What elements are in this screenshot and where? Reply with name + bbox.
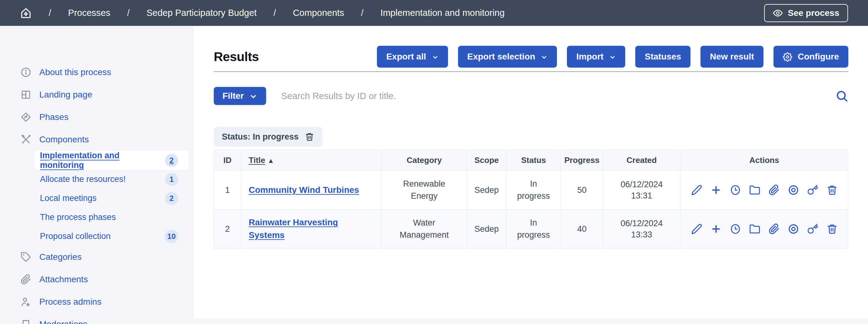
sidebar-item-components[interactable]: Components: [0, 128, 194, 151]
export-all-button[interactable]: Export all: [377, 46, 448, 68]
trash-icon: [827, 223, 838, 235]
add-child-button[interactable]: [710, 223, 722, 235]
folder-button[interactable]: [749, 184, 761, 196]
export-selection-button[interactable]: Export selection: [458, 46, 557, 68]
attachments-button[interactable]: [769, 223, 780, 235]
add-icon: [710, 184, 722, 196]
applied-filter-chip: Status: In progress: [214, 127, 322, 147]
user-gear-icon: [21, 297, 31, 308]
breadcrumb-separator: /: [274, 8, 276, 18]
sidebar-subitem-label: Proposal collection: [40, 231, 111, 241]
attachments-button[interactable]: [769, 184, 780, 196]
permissions-button[interactable]: [807, 223, 818, 235]
column-header-status: Status: [506, 150, 561, 171]
folder-icon: [749, 184, 761, 196]
delete-button[interactable]: [827, 184, 838, 196]
results-table: ID Title ▲ Category Scope Status Progres…: [214, 149, 848, 249]
sidebar-subitem-proposal-collection[interactable]: Proposal collection 10: [34, 227, 189, 246]
search-input[interactable]: [281, 91, 820, 101]
permissions-button[interactable]: [807, 184, 818, 196]
timeline-button[interactable]: [730, 223, 741, 235]
paperclip-icon: [21, 274, 31, 285]
statuses-label: Statuses: [645, 52, 681, 62]
table-header-row: ID Title ▲ Category Scope Status Progres…: [214, 150, 848, 171]
table-row: 2 Rainwater Harvesting Systems Water Man…: [214, 210, 848, 249]
sidebar-item-label: Attachments: [39, 275, 88, 284]
edit-button[interactable]: [691, 223, 702, 235]
preview-button[interactable]: [788, 184, 799, 196]
breadcrumb-processes[interactable]: Processes: [68, 8, 110, 18]
sidebar-item-moderations[interactable]: Moderations: [0, 313, 194, 324]
sidebar-item-about[interactable]: About this process: [0, 61, 194, 83]
breadcrumb-components[interactable]: Components: [293, 8, 344, 18]
sidebar-item-process-admins[interactable]: Process admins: [0, 291, 194, 313]
filter-button[interactable]: Filter: [214, 87, 266, 105]
sidebar-subitem-label: The process phases: [40, 213, 116, 222]
sidebar-item-landing-page[interactable]: Landing page: [0, 83, 194, 106]
sidebar-subitem-the-process-phases[interactable]: The process phases: [34, 208, 189, 227]
topbar: / Processes / Sedep Participatory Budget…: [0, 0, 868, 26]
import-button[interactable]: Import: [567, 46, 625, 68]
column-header-id: ID: [214, 150, 241, 171]
cell-created: 06/12/2024 13:33: [603, 210, 681, 249]
search-submit-button[interactable]: [835, 89, 848, 103]
cell-scope: Sedep: [467, 210, 506, 249]
edit-button[interactable]: [691, 184, 702, 196]
configure-button[interactable]: Configure: [773, 46, 848, 68]
main-content: Results Export all Export selection Impo…: [194, 26, 868, 318]
statuses-button[interactable]: Statuses: [635, 46, 690, 68]
layout-icon: [21, 89, 31, 100]
folder-icon: [749, 223, 761, 235]
import-label: Import: [576, 52, 603, 62]
sort-by-title-link[interactable]: Title: [249, 155, 265, 165]
cell-category: Water Management: [391, 217, 457, 241]
table-row: 1 Community Wind Turbines Renewable Ener…: [214, 171, 848, 210]
remove-filter-button[interactable]: [305, 132, 314, 141]
clock-icon: [730, 223, 741, 235]
tag-icon: [21, 252, 31, 263]
column-header-title[interactable]: Title ▲: [241, 150, 381, 171]
sidebar-subitem-local-meetings[interactable]: Local meetings 2: [34, 189, 189, 208]
chevron-down-icon: [249, 91, 257, 101]
sort-asc-icon: ▲: [268, 157, 274, 165]
breadcrumb-process-name[interactable]: Sedep Participatory Budget: [147, 8, 257, 18]
home-gear-icon[interactable]: [20, 7, 32, 19]
column-header-created: Created: [603, 150, 681, 171]
edit-icon: [691, 223, 702, 235]
attachment-icon: [769, 223, 780, 235]
configure-label: Configure: [798, 52, 839, 62]
column-header-actions: Actions: [681, 150, 848, 171]
cell-status: In progress: [513, 178, 554, 202]
row-actions: [687, 223, 841, 235]
search-filter-bar: Filter: [214, 87, 848, 105]
eye-icon: [773, 8, 783, 19]
created-date: 06/12/2024: [610, 179, 673, 190]
sidebar-item-label: Categories: [39, 252, 82, 262]
add-child-button[interactable]: [710, 184, 722, 196]
result-title-link[interactable]: Community Wind Turbines: [249, 184, 359, 196]
count-badge: 2: [165, 192, 178, 205]
preview-button[interactable]: [788, 223, 799, 235]
sidebar-item-label: Process admins: [39, 297, 101, 307]
sidebar-subitem-implementation-and-monitoring[interactable]: Implementation and monitoring 2: [34, 151, 189, 170]
eye-icon: [788, 184, 799, 196]
filter-label: Filter: [222, 91, 244, 101]
result-title-link[interactable]: Rainwater Harvesting Systems: [249, 216, 374, 242]
sidebar-item-phases[interactable]: Phases: [0, 106, 194, 128]
sidebar-item-categories[interactable]: Categories: [0, 246, 194, 268]
chevron-down-icon: [541, 52, 548, 62]
created-time: 13:33: [610, 229, 673, 240]
delete-button[interactable]: [827, 223, 838, 235]
sidebar-item-label: About this process: [39, 67, 111, 77]
count-badge: 2: [165, 154, 178, 167]
new-result-button[interactable]: New result: [701, 46, 764, 68]
timeline-button[interactable]: [730, 184, 741, 196]
see-process-button[interactable]: See process: [764, 4, 848, 22]
sidebar-subitem-allocate-the-resources[interactable]: Allocate the resources! 1: [34, 170, 189, 189]
folder-button[interactable]: [749, 223, 761, 235]
cell-scope: Sedep: [467, 171, 506, 210]
sidebar-item-attachments[interactable]: Attachments: [0, 268, 194, 291]
cell-category: Renewable Energy: [391, 178, 457, 202]
trash-icon: [305, 132, 314, 141]
eye-icon: [788, 223, 799, 235]
